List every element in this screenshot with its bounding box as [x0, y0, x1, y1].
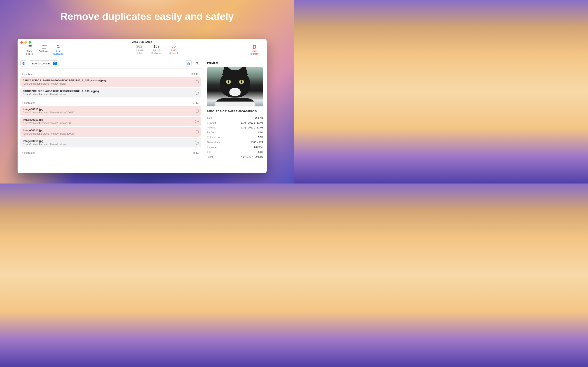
- svg-point-2: [28, 47, 28, 47]
- meta-row: ISO3200: [207, 150, 263, 155]
- more-icon[interactable]: ⋯: [195, 109, 199, 113]
- window-title: Zero Duplicates: [132, 40, 152, 43]
- file-list[interactable]: 2 duplicates330 KB 03BC12CE-C813-47BA-89…: [17, 69, 203, 173]
- meta-key: Size: [207, 117, 212, 119]
- meta-key: Dimensions: [207, 141, 220, 144]
- move-to-trash-label: Move to Trash: [251, 50, 258, 55]
- search-button[interactable]: [194, 60, 200, 67]
- stat-duplicates-label: Duplicates: [151, 52, 162, 55]
- file-name: image00011.jpg: [23, 129, 195, 132]
- folder-plus-icon: [42, 44, 47, 49]
- meta-row: Exposure0.0005s: [207, 145, 263, 150]
- svg-line-10: [59, 47, 60, 48]
- svg-line-15: [198, 64, 199, 65]
- app-window: Zero Duplicates Show Folders Add Folder …: [17, 39, 267, 173]
- meta-val: 1. Apr 2022 at 11:03: [241, 126, 263, 129]
- more-icon[interactable]: ⋯: [195, 80, 199, 84]
- refresh-button[interactable]: [20, 60, 27, 67]
- file-row[interactable]: image00011.jpg /Users/christopherbrock/P…: [20, 127, 201, 137]
- duplicate-group: 4 duplicates77 KB image00011.jpg /Users/…: [20, 100, 201, 147]
- move-to-trash-button[interactable]: Move to Trash: [247, 44, 261, 55]
- lock-button[interactable]: [185, 60, 192, 67]
- find-duplicates-button[interactable]: Find Duplicates: [51, 44, 65, 55]
- meta-row: Taken2022:03:27 17:45:09: [207, 155, 263, 159]
- preview-panel: Preview 03BC12CE-C813-47BA-8906-88D6CB..…: [203, 58, 267, 173]
- file-row[interactable]: image00011.jpg /Users/christopherbrock/P…: [20, 106, 201, 116]
- file-row[interactable]: image00011.jpg /Users/christopherbrock/P…: [20, 117, 201, 126]
- meta-row: Size165 KB: [207, 115, 263, 120]
- filter-bar: Size descending: [17, 58, 203, 69]
- refresh-icon: [22, 62, 25, 65]
- duplicate-group: 2 duplicates330 KB 03BC12CE-C813-47BA-89…: [20, 71, 201, 98]
- preview-image: [207, 67, 263, 106]
- group-size: 66 KB: [193, 151, 199, 154]
- meta-key: ISO: [207, 151, 211, 154]
- traffic-lights: [20, 41, 31, 44]
- meta-key: Color Model: [207, 136, 220, 139]
- minimize-icon[interactable]: [25, 41, 27, 44]
- meta-key: Bit Depth: [207, 131, 217, 134]
- svg-point-14: [196, 62, 198, 64]
- file-row[interactable]: image00011.jpg /Users/christopherbrock/P…: [20, 138, 201, 147]
- meta-row: Color ModelRGB: [207, 135, 263, 140]
- show-folders-button[interactable]: Show Folders: [23, 44, 37, 55]
- preview-filename: 03BC12CE-C813-47BA-8906-88D6CB...: [207, 110, 263, 113]
- list-icon: [28, 44, 32, 49]
- meta-key: Exposure: [207, 146, 217, 149]
- file-name: 03BC12CE-C813-47BA-8906-88D6CB9E3185_1_1…: [23, 90, 195, 92]
- group-header: 2 duplicates330 KB: [20, 71, 201, 77]
- group-header: 4 duplicates77 KB: [20, 100, 201, 106]
- file-path: /Users/christopherbrock/Photos/Holiday/1…: [23, 111, 195, 114]
- file-path: /Users/christopherbrock/Photos/Holiday: [23, 82, 195, 85]
- more-icon[interactable]: ⋯: [195, 120, 199, 123]
- more-icon[interactable]: ⋯: [195, 130, 199, 134]
- main-panel: Size descending 2 duplicates330 KB 03BC1…: [17, 58, 203, 173]
- content: Size descending 2 duplicates330 KB 03BC1…: [17, 58, 267, 173]
- stat-total: 302 3,5 MB Total: [133, 44, 146, 55]
- group-count: 2 duplicates: [22, 73, 35, 76]
- stats: 302 3,5 MB Total 189 2,2 MB Duplicates 8…: [133, 44, 180, 55]
- sort-select[interactable]: Size descending: [29, 60, 58, 67]
- preview-metadata: Size165 KBCreated1. Apr 2022 at 11:03Mod…: [207, 115, 263, 159]
- file-row[interactable]: 03BC12CE-C813-47BA-8906-88D6CB9E3185_1_1…: [20, 77, 201, 87]
- group-header: 4 duplicates66 KB: [20, 150, 201, 156]
- svg-point-0: [28, 45, 28, 46]
- hero-title: Remove duplicates easily and safely: [0, 11, 294, 22]
- meta-row: Dimensions1086 × 724: [207, 140, 263, 145]
- meta-val: 1086 × 724: [251, 141, 263, 144]
- stat-selected-label: Selected: [169, 52, 178, 55]
- duplicate-group: 4 duplicates66 KB: [20, 150, 201, 156]
- meta-val: 2022:03:27 17:45:09: [241, 156, 263, 158]
- stat-total-label: Total: [137, 52, 141, 55]
- svg-point-4: [28, 48, 28, 48]
- stat-selected: 80 1 MB Selected: [167, 44, 180, 55]
- file-path: /Users/christopherbrock/Photos/Holiday: [23, 143, 195, 146]
- file-name: image00011.jpg: [23, 118, 195, 121]
- file-row[interactable]: 03BC12CE-C813-47BA-8906-88D6CB9E3185_1_1…: [20, 88, 201, 98]
- meta-val: 3200: [258, 151, 263, 154]
- meta-val: 0.0005s: [254, 146, 263, 149]
- group-count: 4 duplicates: [22, 101, 35, 104]
- stat-total-num: 302: [136, 44, 142, 49]
- file-path: /Users/christopherbrock/Photos/Holiday/2…: [23, 132, 195, 135]
- add-folder-button[interactable]: Add Folder: [37, 44, 51, 53]
- meta-val: 165 KB: [255, 117, 263, 119]
- stat-total-size: 3,5 MB: [136, 49, 143, 52]
- group-size: 330 KB: [191, 73, 199, 76]
- lock-icon: [187, 62, 190, 65]
- maximize-icon[interactable]: [29, 41, 31, 44]
- more-icon[interactable]: ⋯: [195, 91, 199, 95]
- group-count: 4 duplicates: [22, 151, 35, 154]
- file-name: image00011.jpg: [23, 140, 195, 142]
- search-icon: [57, 44, 60, 49]
- more-icon[interactable]: ⋯: [195, 141, 199, 145]
- add-folder-label: Add Folder: [39, 50, 49, 53]
- meta-key: Modified: [207, 126, 216, 129]
- close-icon[interactable]: [20, 41, 23, 44]
- stat-selected-size: 1 MB: [171, 49, 176, 52]
- stat-duplicates: 189 2,2 MB Duplicates: [150, 44, 163, 55]
- titlebar: Zero Duplicates: [17, 39, 267, 43]
- toolbar: Show Folders Add Folder Find Duplicates …: [17, 43, 267, 58]
- file-name: 03BC12CE-C813-47BA-8906-88D6CB9E3185_1_1…: [23, 79, 195, 82]
- file-path: /Users/christopherbrock/Photos/Holiday/1…: [23, 122, 195, 125]
